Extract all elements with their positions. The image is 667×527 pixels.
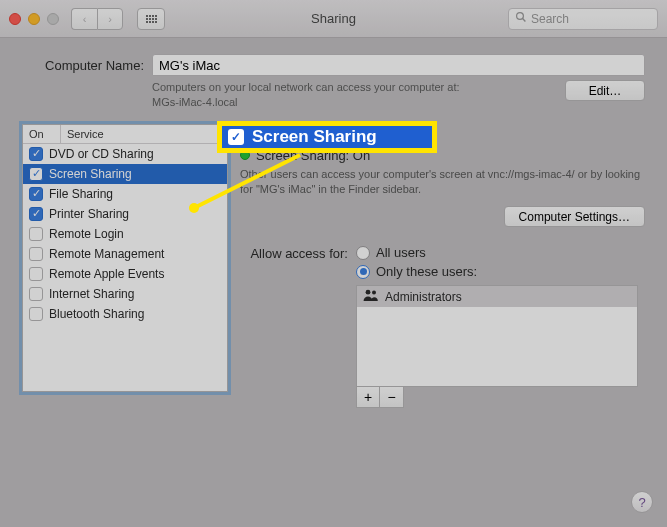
zoom-icon: [47, 13, 59, 25]
service-label: File Sharing: [49, 187, 113, 201]
checkbox[interactable]: [29, 227, 43, 241]
service-row[interactable]: ✓Printer Sharing: [23, 204, 227, 224]
header-service: Service: [61, 125, 227, 143]
service-row[interactable]: ✓DVD or CD Sharing: [23, 144, 227, 164]
show-all-button[interactable]: [137, 8, 165, 30]
svg-point-3: [372, 291, 376, 295]
callout-label: Screen Sharing: [252, 127, 377, 147]
computer-name-label: Computer Name:: [22, 58, 144, 73]
checkbox[interactable]: [29, 267, 43, 281]
service-row[interactable]: Remote Login: [23, 224, 227, 244]
checkbox[interactable]: [29, 307, 43, 321]
check-icon: ✓: [228, 129, 244, 145]
radio-icon: [356, 265, 370, 279]
service-row[interactable]: Remote Apple Events: [23, 264, 227, 284]
svg-point-0: [517, 13, 524, 20]
service-label: Screen Sharing: [49, 167, 132, 181]
service-list-header: On Service: [23, 125, 227, 144]
svg-line-1: [523, 19, 526, 22]
service-row[interactable]: Remote Management: [23, 244, 227, 264]
content: Computer Name: Computers on your local n…: [0, 38, 667, 426]
user-name: Administrators: [385, 290, 462, 304]
user-row[interactable]: Administrators: [357, 286, 637, 307]
status-help: Other users can access your computer's s…: [240, 167, 645, 197]
add-user-button[interactable]: +: [357, 387, 380, 407]
service-label: Bluetooth Sharing: [49, 307, 144, 321]
back-button[interactable]: ‹: [71, 8, 97, 30]
svg-point-2: [366, 290, 371, 295]
nav-back-forward: ‹ ›: [71, 8, 123, 30]
search-placeholder: Search: [531, 12, 569, 26]
service-label: Remote Management: [49, 247, 164, 261]
computer-settings-button[interactable]: Computer Settings…: [504, 206, 645, 227]
radio-only-these-users[interactable]: Only these users:: [356, 264, 638, 279]
checkbox[interactable]: [29, 247, 43, 261]
window-controls: [9, 13, 59, 25]
user-list-controls: + −: [356, 387, 404, 408]
service-row[interactable]: Internet Sharing: [23, 284, 227, 304]
service-row[interactable]: Bluetooth Sharing: [23, 304, 227, 324]
forward-button[interactable]: ›: [97, 8, 123, 30]
computer-name-help: Computers on your local network can acce…: [152, 80, 557, 110]
computer-name-input[interactable]: [152, 54, 645, 76]
service-label: Printer Sharing: [49, 207, 129, 221]
close-icon[interactable]: [9, 13, 21, 25]
service-row[interactable]: ✓Screen Sharing: [23, 164, 227, 184]
users-list[interactable]: Administrators: [356, 285, 638, 387]
minimize-icon[interactable]: [28, 13, 40, 25]
service-label: Remote Apple Events: [49, 267, 164, 281]
checkbox[interactable]: ✓: [29, 207, 43, 221]
service-label: Remote Login: [49, 227, 124, 241]
checkbox[interactable]: [29, 287, 43, 301]
help-button[interactable]: ?: [631, 491, 653, 513]
service-list[interactable]: On Service ✓DVD or CD Sharing✓Screen Sha…: [22, 124, 228, 392]
checkbox[interactable]: ✓: [29, 147, 43, 161]
header-on: On: [23, 125, 61, 143]
checkbox[interactable]: ✓: [29, 167, 43, 181]
detail-panel: Screen Sharing: On Other users can acces…: [240, 124, 645, 409]
radio-icon: [356, 246, 370, 260]
service-label: DVD or CD Sharing: [49, 147, 154, 161]
access-label: Allow access for:: [240, 245, 348, 261]
edit-button[interactable]: Edit…: [565, 80, 645, 101]
checkbox[interactable]: ✓: [29, 187, 43, 201]
service-label: Internet Sharing: [49, 287, 134, 301]
users-icon: [363, 289, 379, 304]
remove-user-button[interactable]: −: [380, 387, 403, 407]
grid-icon: [146, 15, 157, 23]
callout-highlight: ✓ Screen Sharing: [217, 121, 437, 153]
search-icon: [515, 11, 527, 26]
service-row[interactable]: ✓File Sharing: [23, 184, 227, 204]
radio-all-users[interactable]: All users: [356, 245, 638, 260]
search-field[interactable]: Search: [508, 8, 658, 30]
titlebar: ‹ › Sharing Search: [0, 0, 667, 38]
